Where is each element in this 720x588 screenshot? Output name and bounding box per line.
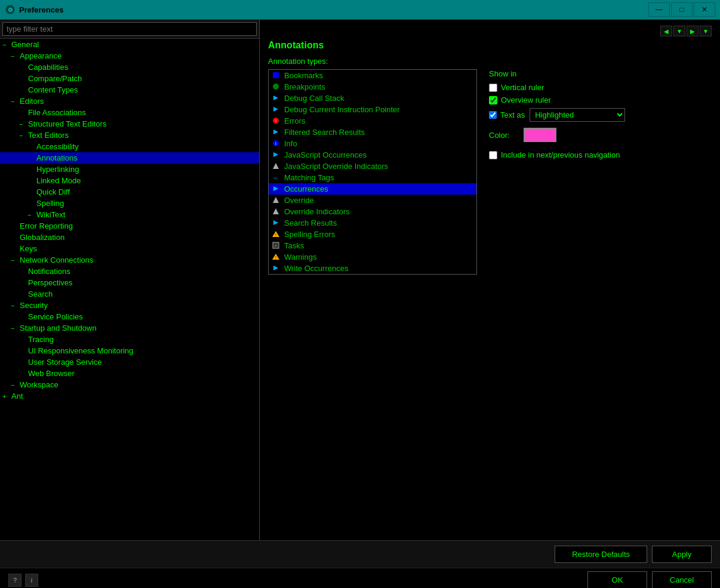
annotation-item-filtered-search-results[interactable]: Filtered Search Results — [269, 127, 476, 138]
tree-item-label: File Associations — [28, 108, 86, 117]
tree-item-ant[interactable]: +Ant — [0, 390, 259, 402]
annotation-icon-breakpoints — [272, 83, 281, 91]
svg-marker-11 — [273, 152, 278, 157]
tree-item-text-editors[interactable]: −Text Editors — [0, 130, 259, 141]
annotation-item-occurrences[interactable]: Occurrences — [269, 183, 476, 195]
tree-item-quick-diff[interactable]: Quick Diff — [0, 186, 259, 198]
svg-rect-2 — [273, 72, 279, 78]
tree-item-perspectives[interactable]: Perspectives — [0, 277, 259, 288]
annotation-icon-filtered-search-results — [272, 128, 281, 137]
ok-button[interactable]: OK — [587, 571, 647, 588]
annotation-icon-matching-tags: ↔ — [272, 174, 281, 182]
help-icon-button[interactable]: ? — [8, 574, 21, 587]
tree-item-notifications[interactable]: Notifications — [0, 266, 259, 277]
annotation-item-info[interactable]: iInfo — [269, 138, 476, 149]
bottom-left-icons: ? i — [8, 574, 38, 587]
tree-item-label: General — [11, 40, 39, 49]
tree-item-spelling[interactable]: Spelling — [0, 198, 259, 209]
tree-item-label: Tracing — [28, 335, 54, 344]
expand-icon: − — [11, 53, 18, 60]
close-button[interactable]: ✕ — [694, 2, 715, 17]
tree-item-keys[interactable]: Keys — [0, 243, 259, 254]
nav-back-button[interactable]: ◀ — [660, 26, 672, 36]
annotation-item-write-occurrences[interactable]: Write Occurrences — [269, 263, 476, 274]
tree-item-file-associations[interactable]: File Associations — [0, 107, 259, 118]
expand-icon: − — [11, 302, 18, 309]
expand-icon: − — [2, 41, 10, 48]
annotation-list[interactable]: BookmarksBreakpointsDebug Call StackDebu… — [268, 69, 477, 275]
apply-button[interactable]: Apply — [652, 546, 712, 563]
tree-item-compare-patch[interactable]: Compare/Patch — [0, 73, 259, 84]
annotation-item-spelling-errors[interactable]: !Spelling Errors — [269, 229, 476, 240]
cancel-button[interactable]: Cancel — [652, 571, 712, 588]
annotation-item-override[interactable]: Override — [269, 195, 476, 206]
nav-forward-dropdown[interactable]: ▼ — [700, 26, 712, 36]
include-nav-label: Include in next/previous navigation — [501, 150, 620, 159]
tree-item-user-storage[interactable]: User Storage Service — [0, 356, 259, 368]
text-as-select[interactable]: HighlightedBoxNoneSquigglesProblem Under… — [530, 108, 625, 122]
tree-item-content-types[interactable]: Content Types — [0, 84, 259, 96]
annotation-label: Override — [284, 196, 314, 205]
tree-item-appearance[interactable]: −Appearance — [0, 50, 259, 61]
tree-item-error-reporting[interactable]: Error Reporting — [0, 220, 259, 232]
annotation-item-debug-current-ip[interactable]: Debug Current Instruction Pointer — [269, 104, 476, 115]
tree-item-capabilities[interactable]: Capabilities — [0, 61, 259, 73]
tree-container[interactable]: −General−Appearance Capabilities Compare… — [0, 39, 259, 540]
tree-item-linked-mode[interactable]: Linked Mode — [0, 175, 259, 186]
color-swatch[interactable] — [524, 128, 556, 142]
tree-item-ui-responsiveness[interactable]: UI Responsiveness Monitoring — [0, 345, 259, 356]
tree-item-network-connections[interactable]: −Network Connections — [0, 254, 259, 266]
tree-item-workspace[interactable]: −Workspace — [0, 379, 259, 390]
nav-forward-button[interactable]: ▶ — [687, 26, 699, 36]
text-as-checkbox[interactable] — [489, 111, 497, 119]
tree-item-general[interactable]: −General — [0, 39, 259, 50]
tree-item-startup-shutdown[interactable]: −Startup and Shutdown — [0, 322, 259, 334]
tree-item-structured-text-editors[interactable]: −Structured Text Editors — [0, 118, 259, 130]
annotation-item-warnings[interactable]: !Warnings — [269, 251, 476, 263]
annotation-item-debug-call-stack[interactable]: Debug Call Stack — [269, 93, 476, 104]
annotation-item-bookmarks[interactable]: Bookmarks — [269, 70, 476, 81]
info-icon-button[interactable]: i — [25, 574, 38, 587]
title-bar: ⚙ Preferences — □ ✕ — [0, 0, 720, 19]
overview-ruler-checkbox[interactable] — [489, 96, 497, 104]
svg-point-3 — [273, 84, 279, 90]
tree-item-service-policies[interactable]: Service Policies — [0, 311, 259, 322]
minimize-button[interactable]: — — [648, 2, 670, 17]
expand-placeholder — [19, 64, 26, 71]
svg-text:↔: ↔ — [272, 174, 278, 181]
tree-item-search[interactable]: Search — [0, 288, 259, 300]
right-side-controls: Show in Vertical ruler Overview ruler Te… — [489, 69, 625, 275]
tree-item-label: Capabilities — [28, 63, 68, 72]
window-title: Preferences — [19, 5, 648, 14]
annotation-item-breakpoints[interactable]: Breakpoints — [269, 81, 476, 93]
tree-item-label: Search — [28, 290, 53, 298]
search-input[interactable] — [2, 22, 257, 36]
annotation-item-javascript-override-indicators[interactable]: JavaScript Override Indicators — [269, 161, 476, 172]
tree-item-hyperlinking[interactable]: Hyperlinking — [0, 164, 259, 175]
annotation-icon-write-occurrences — [272, 264, 281, 273]
include-nav-checkbox[interactable] — [489, 151, 497, 159]
tree-item-label: Perspectives — [28, 278, 72, 287]
tree-item-accessibility[interactable]: Accessibility — [0, 141, 259, 152]
tree-item-wikitext[interactable]: −WikiText — [0, 209, 259, 220]
annotation-item-tasks[interactable]: ✓Tasks — [269, 240, 476, 251]
annotation-item-javascript-occurrences[interactable]: JavaScript Occurrences — [269, 149, 476, 161]
tree-item-globalization[interactable]: Globalization — [0, 232, 259, 243]
tree-item-security[interactable]: −Security — [0, 300, 259, 311]
vertical-ruler-checkbox[interactable] — [489, 84, 497, 92]
tree-item-tracing[interactable]: Tracing — [0, 334, 259, 345]
annotation-item-errors[interactable]: !Errors — [269, 115, 476, 127]
annotation-item-override-indicators[interactable]: Override Indicators — [269, 206, 476, 217]
svg-marker-4 — [273, 96, 278, 100]
tree-item-editors[interactable]: −Editors — [0, 96, 259, 107]
restore-defaults-button[interactable]: Restore Defaults — [555, 546, 647, 563]
tree-item-web-browser[interactable]: Web Browser — [0, 368, 259, 379]
annotation-item-matching-tags[interactable]: ↔Matching Tags — [269, 172, 476, 183]
nav-back-dropdown[interactable]: ▼ — [673, 26, 685, 36]
maximize-button[interactable]: □ — [671, 2, 693, 17]
tree-item-annotations[interactable]: Annotations — [0, 152, 259, 164]
svg-marker-17 — [273, 220, 278, 225]
annotation-item-search-results[interactable]: Search Results — [269, 217, 476, 229]
tree-item-label: Workspace — [20, 380, 59, 389]
tree-item-label: Keys — [20, 244, 37, 253]
